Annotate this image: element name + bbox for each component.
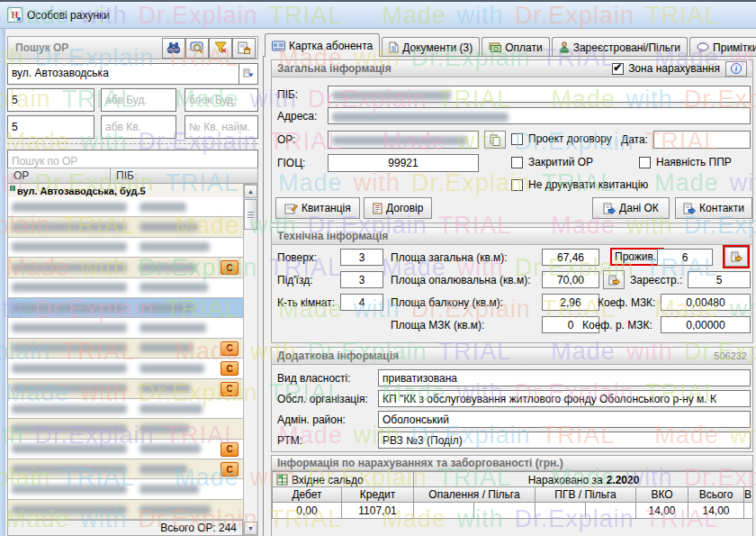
building-block-input[interactable]: [184, 88, 258, 112]
list-item[interactable]: С: [8, 339, 243, 359]
address-button[interactable]: [232, 38, 256, 59]
list-group-row[interactable]: вул. Автозаводська, буд.5: [8, 184, 243, 197]
list-item[interactable]: [8, 419, 243, 439]
list-group-label: вул. Автозаводська, буд.5: [17, 186, 146, 196]
or-list[interactable]: вул. Автозаводська, буд.5 СССССС: [7, 184, 243, 520]
entrance-field[interactable]: 3: [340, 271, 383, 288]
closed-or-checkbox-row[interactable]: Закритий ОР: [511, 156, 593, 168]
building-input[interactable]: [7, 88, 94, 112]
ppr-checkbox-row[interactable]: Наявність ППР: [639, 156, 732, 168]
receipt-button[interactable]: Квитанція: [275, 197, 360, 219]
apartment-number-input[interactable]: [184, 115, 258, 139]
ownership-field[interactable]: приватизована: [378, 369, 751, 386]
gioc-label: ГІОЦ:: [277, 157, 305, 169]
registered-field[interactable]: 5: [688, 271, 751, 288]
project-contract-checkbox-row[interactable]: Проект договору: [511, 132, 612, 145]
ppr-label: Наявність ППР: [656, 156, 732, 168]
pib-field[interactable]: [328, 86, 751, 103]
date-input[interactable]: [653, 131, 751, 149]
tab-kartka-abonenta[interactable]: Картка абонента: [265, 33, 380, 57]
street-combobox[interactable]: вул. Автозаводська: [7, 63, 258, 85]
list-item[interactable]: [8, 500, 243, 520]
dani-ok-button[interactable]: Дані ОК: [592, 197, 670, 219]
info-button[interactable]: i: [725, 61, 747, 77]
tab-label: Картка абонента: [289, 40, 373, 52]
no-print-checkbox[interactable]: [511, 179, 523, 191]
no-print-checkbox-row[interactable]: Не друкувати квитанцію: [511, 178, 648, 191]
sheet-arrow-yellow-icon: [731, 251, 742, 262]
general-info-group: Загальна інформація Зона нарахування i П…: [271, 59, 753, 223]
tab-dokumenty[interactable]: Документи (3): [382, 37, 480, 57]
combobox-dropdown-icon[interactable]: [239, 63, 258, 85]
clear-filter-button[interactable]: ✕: [209, 38, 232, 59]
col-cut[interactable]: В: [744, 486, 753, 503]
closed-or-checkbox[interactable]: [511, 157, 523, 168]
mzk-coef-field[interactable]: 0,00480: [661, 294, 751, 311]
copy-or-button[interactable]: [484, 131, 506, 149]
preview-button[interactable]: [185, 38, 209, 59]
title-bar[interactable]: Н Особові рахунки: [0, 2, 756, 29]
list-item[interactable]: [8, 278, 243, 298]
apartment-abv-input[interactable]: [101, 115, 176, 139]
column-header-or[interactable]: ОР: [7, 168, 111, 184]
building-abv-input[interactable]: [101, 88, 176, 112]
contract-icon: [373, 203, 382, 214]
closed-or-label: Закритий ОР: [528, 156, 593, 168]
tab-oplaty[interactable]: Оплати: [482, 37, 549, 57]
residents-edit-button[interactable]: [724, 247, 748, 267]
list-item[interactable]: С: [8, 440, 243, 459]
col-pgv[interactable]: ПГВ / Пільга: [536, 486, 636, 503]
scroll-up-icon[interactable]: ▲: [244, 185, 257, 198]
heated-area-field[interactable]: 70,00: [542, 271, 599, 288]
list-item[interactable]: С: [8, 359, 243, 378]
list-item[interactable]: С: [8, 459, 243, 479]
contract-button[interactable]: Договір: [364, 197, 432, 219]
col-vsogo[interactable]: Всього: [688, 486, 744, 503]
list-item[interactable]: С: [8, 379, 243, 399]
address-field[interactable]: [328, 107, 751, 124]
list-item[interactable]: [8, 318, 243, 338]
scrollbar-thumb[interactable]: [244, 199, 257, 230]
total-area-field[interactable]: 67,46: [542, 249, 599, 266]
col-opalennya[interactable]: Опалення / Пільга: [414, 486, 536, 503]
or-field[interactable]: [328, 131, 479, 149]
column-header-pib[interactable]: ПІБ: [111, 168, 258, 184]
ppr-checkbox[interactable]: [639, 157, 651, 168]
rooms-field[interactable]: 4: [340, 294, 383, 311]
gioc-field[interactable]: 99921: [328, 154, 479, 172]
rtm-field[interactable]: РВЗ №3 (Поділ): [378, 432, 751, 449]
cell-cut: [744, 503, 753, 519]
service-org-field[interactable]: КП "КК з обслуговування житлового фонду …: [378, 390, 751, 407]
floor-field[interactable]: 3: [340, 249, 383, 266]
cell-pgv: [536, 503, 586, 519]
district-field[interactable]: Оболонський: [378, 411, 751, 428]
list-item[interactable]: [8, 197, 243, 217]
saldo-grid-icon: [276, 474, 288, 486]
separator: [7, 143, 258, 144]
mzk-r-coef-field[interactable]: 0,00000: [661, 316, 751, 333]
col-kredit[interactable]: Кредит: [342, 486, 414, 503]
list-item[interactable]: [8, 238, 243, 258]
apartment-input[interactable]: [7, 115, 94, 139]
contacts-button[interactable]: Контакти: [675, 197, 752, 219]
residents-field[interactable]: 6: [657, 249, 713, 266]
list-item[interactable]: [8, 399, 243, 419]
col-vko[interactable]: ВКО: [636, 486, 688, 503]
technical-info-header: Технічна інформація: [277, 230, 388, 242]
heated-area-edit-button[interactable]: [603, 270, 625, 289]
zone-checkbox[interactable]: [612, 63, 624, 75]
list-item[interactable]: С: [8, 258, 243, 277]
scroll-down-icon[interactable]: ▼: [244, 522, 257, 535]
find-button[interactable]: [162, 38, 185, 59]
tab-prymitky[interactable]: Примітки: [689, 37, 756, 57]
balcony-area-field[interactable]: 2,96: [542, 294, 599, 311]
list-item[interactable]: [8, 217, 243, 237]
project-contract-checkbox[interactable]: [511, 133, 523, 145]
list-item[interactable]: [8, 298, 243, 318]
list-scrollbar[interactable]: ▲ ▼: [243, 184, 258, 536]
col-debet[interactable]: Дебет: [272, 486, 342, 503]
list-column-headers[interactable]: ОР ПІБ: [7, 168, 258, 184]
no-print-label: Не друкувати квитанцію: [528, 178, 648, 191]
tab-zareestrovani-pilhy[interactable]: Зареєстровані/Пільги: [552, 37, 688, 57]
list-item[interactable]: [8, 479, 243, 499]
